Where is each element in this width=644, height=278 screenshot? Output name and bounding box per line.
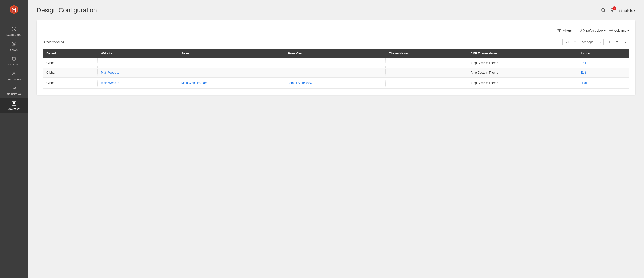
sidebar-item-dashboard[interactable]: DASHBOARD [0,24,28,39]
cell-store[interactable]: Main Website Store [178,78,284,88]
cell-theme-name [386,58,467,68]
col-default: Default [43,49,98,58]
svg-point-15 [620,9,622,11]
admin-label: Admin [624,9,632,12]
cell-action[interactable]: Edit [577,68,629,78]
cell-amp-theme-name: Amp Custom Theme [467,68,577,78]
cell-amp-theme-name: Amp Custom Theme [467,58,577,68]
page-title: Design Configuration [36,6,97,14]
notification-badge: 3 [612,6,616,10]
search-button[interactable] [601,8,606,14]
sidebar-item-customers[interactable]: CUSTOMERS [0,68,28,83]
svg-text:$: $ [13,43,15,46]
table-header-row: Default Website Store Store View Theme N… [43,49,629,58]
view-dropdown-arrow: ▾ [604,29,606,32]
svg-rect-9 [13,102,15,103]
prev-page-button[interactable]: ‹ [597,39,604,45]
marketing-label: MARKETING [7,93,21,96]
table-row: GlobalMain WebsiteMain Website StoreDefa… [43,78,629,88]
cell-website[interactable]: Main Website [98,68,178,78]
notification-button[interactable]: 3 [610,8,614,14]
sidebar-item-sales[interactable]: $ SALES [0,39,28,54]
col-amp-theme-name: AMP Theme Name [467,49,577,58]
col-website: Website [98,49,178,58]
eye-icon [580,29,584,32]
cell-action[interactable]: Edit [577,58,629,68]
admin-dropdown-arrow: ▾ [634,9,636,12]
customers-label: CUSTOMERS [7,78,21,81]
table-row: GlobalAmp Custom ThemeEdit [43,58,629,68]
col-store: Store [178,49,284,58]
admin-user-button[interactable]: Admin ▾ [618,8,636,13]
per-page-select[interactable]: 20 ▾ [562,39,578,45]
svg-point-17 [582,30,583,31]
sidebar-item-catalog[interactable]: CATALOG [0,54,28,68]
columns-dropdown-arrow: ▾ [628,29,629,32]
next-page-button[interactable]: › [622,39,629,45]
col-action: Action [577,49,629,58]
catalog-label: CATALOG [8,64,19,66]
page-of: of 1 [616,40,620,44]
sidebar-logo [7,2,21,18]
cell-website [98,58,178,68]
svg-line-13 [604,11,606,12]
cell-amp-theme-name: Amp Custom Theme [467,78,577,88]
cell-action[interactable]: Edit [577,78,629,88]
svg-rect-14 [612,10,613,11]
filter-icon [558,29,561,32]
top-bar: Design Configuration 3 [36,6,636,14]
cell-store-view [284,58,386,68]
svg-point-18 [610,30,612,31]
per-page-value: 20 [563,39,572,45]
table-row: GlobalMain WebsiteAmp Custom ThemeEdit [43,68,629,78]
magento-logo [9,4,19,15]
pagination-row: 3 records found 20 ▾ per page ‹ 1 of 1 › [43,39,629,45]
columns-button[interactable]: Columns ▾ [609,29,629,32]
marketing-icon [12,86,16,92]
sales-icon: $ [12,41,16,48]
gear-icon [609,29,613,32]
cell-store-view[interactable]: Default Store View [284,78,386,88]
dashboard-icon [12,26,16,33]
data-table: Default Website Store Store View Theme N… [43,49,629,88]
cell-default: Global [43,58,98,68]
dashboard-label: DASHBOARD [6,34,22,36]
columns-label: Columns [614,29,626,32]
cell-store [178,58,284,68]
pagination-controls: 20 ▾ per page ‹ 1 of 1 › [562,39,629,45]
records-found: 3 records found [43,40,64,44]
cell-website[interactable]: Main Website [98,78,178,88]
col-store-view: Store View [284,49,386,58]
svg-point-12 [602,8,604,12]
toolbar: Filters Default View ▾ Columns ▾ [43,27,629,34]
svg-point-4 [14,29,14,30]
top-bar-actions: 3 Admin ▾ [601,8,636,14]
cell-default: Global [43,68,98,78]
panel: Filters Default View ▾ Columns ▾ [36,20,636,95]
svg-point-16 [580,29,584,32]
view-label: Default View [586,29,603,32]
cell-store [178,68,284,78]
cell-store-view [284,68,386,78]
filters-button[interactable]: Filters [553,27,576,34]
view-button[interactable]: Default View ▾ [580,29,606,32]
main-content: Design Configuration 3 [28,0,644,278]
per-page-arrow[interactable]: ▾ [572,39,578,45]
per-page-label: per page [582,40,594,44]
customers-icon [12,71,16,78]
svg-point-7 [13,72,15,74]
cell-theme-name [386,78,467,88]
svg-rect-11 [13,104,14,104]
sidebar-divider [6,22,22,22]
current-page: 1 [605,39,614,45]
sidebar-item-marketing[interactable]: MARKETING [0,83,28,98]
content-label: CONTENT [8,108,20,110]
cell-default: Global [43,78,98,88]
sidebar: DASHBOARD $ SALES CATALOG CUSTOME [0,0,28,278]
sidebar-item-content[interactable]: CONTENT [0,98,28,113]
svg-rect-10 [13,103,15,104]
sales-label: SALES [10,49,18,51]
catalog-icon [12,56,16,63]
cell-theme-name [386,68,467,78]
col-theme-name: Theme Name [386,49,467,58]
